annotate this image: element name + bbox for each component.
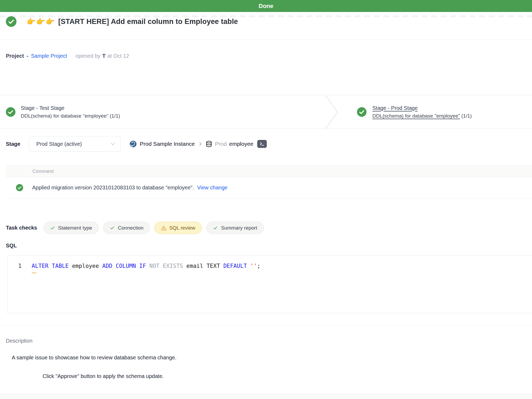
project-label: Project	[6, 53, 24, 59]
sql-token: ALTER TABLE	[32, 263, 72, 269]
check-pill-label: Connection	[118, 225, 143, 231]
pointing-right-emoji: 👉👉👉	[27, 18, 55, 26]
opened-by-label: opened by	[76, 53, 100, 59]
comment-done-check-icon	[16, 184, 23, 191]
bottom-strip	[0, 394, 532, 399]
postgresql-icon	[129, 140, 137, 148]
check-pill-summary-report[interactable]: Summary report	[206, 222, 264, 234]
issue-title-row: 👉👉👉[START HERE] Add email column to Empl…	[6, 16, 238, 27]
database-environment-label: Prod	[215, 141, 227, 147]
check-pill-sql-review[interactable]: SQL review	[154, 222, 202, 234]
comment-text: Applied migration version 20231012083103…	[32, 185, 194, 191]
stage-test-done-icon	[6, 107, 15, 117]
comment-row: Applied migration version 20231012083103…	[6, 177, 532, 198]
stage-separator-chevron	[325, 95, 338, 129]
check-pill-connection[interactable]: Connection	[103, 222, 150, 234]
opened-by-user: T	[102, 53, 106, 59]
check-success-icon	[110, 225, 115, 231]
sql-token: NOT EXISTS	[149, 263, 186, 269]
database-link[interactable]: employee	[229, 141, 253, 147]
sql-editor[interactable]: 1 ALTER TABLE employee ADD COLUMN IF NOT…	[7, 255, 532, 313]
check-pill-statement-type[interactable]: Statement type	[43, 222, 99, 234]
task-checks-row: Task checks Statement type Connection SQ…	[6, 222, 268, 234]
description-paragraph: A sample issue to showcase how to review…	[12, 355, 176, 361]
sql-token: ADD COLUMN IF	[102, 263, 149, 269]
open-sql-editor-button[interactable]	[257, 140, 267, 148]
stage-select[interactable]: Prod Stage (active)	[29, 136, 121, 152]
stage-selector-label: Stage	[6, 141, 20, 147]
issue-title: 👉👉👉[START HERE] Add email column to Empl…	[27, 17, 238, 26]
project-dash: -	[27, 53, 28, 59]
task-checks-label: Task checks	[6, 225, 37, 231]
issue-detail-page: Done 👉👉👉[START HERE] Add email column to…	[0, 0, 532, 399]
stage-prod-title[interactable]: Stage - Prod Stage	[372, 105, 472, 111]
check-success-icon	[213, 225, 218, 231]
stage-prod-subtitle[interactable]: DDL(schema) for database "employee" (1/1…	[372, 113, 472, 119]
sql-token: ''	[250, 263, 257, 269]
sql-statement: ALTER TABLE employee ADD COLUMN IF NOT E…	[32, 262, 260, 270]
stage-prod-text: Stage - Prod Stage DDL(schema) for datab…	[372, 105, 472, 119]
pipeline-strip: Stage - Test Stage DDL(schema) for datab…	[0, 95, 532, 129]
sql-token: DEFAULT	[223, 263, 250, 269]
check-pill-label: SQL review	[169, 225, 195, 231]
check-success-icon	[50, 225, 55, 231]
issue-title-text: [START HERE] Add email column to Employe…	[58, 18, 238, 26]
description-paragraph: Click "Approve" button to apply the sche…	[43, 373, 164, 379]
check-pill-label: Summary report	[221, 225, 257, 231]
stage-test-text: Stage - Test Stage DDL(schema) for datab…	[21, 105, 120, 119]
stage-prod-subtitle-link[interactable]: DDL(schema) for database "employee"	[372, 113, 460, 119]
status-banner: Done	[0, 0, 532, 12]
issue-done-check-icon	[6, 16, 16, 27]
view-change-link[interactable]: View change	[197, 185, 227, 191]
stage-prod-subtitle-count: (1/1)	[460, 113, 472, 119]
stage-test-title: Stage - Test Stage	[21, 105, 120, 111]
description-divider	[0, 325, 532, 325]
comment-table: Comment Applied migration version 202310…	[6, 165, 532, 198]
opened-at: at Oct 12	[107, 53, 129, 59]
instance-link[interactable]: Prod Sample Instance	[140, 141, 195, 147]
stage-select-value: Prod Stage (active)	[36, 141, 110, 147]
project-link[interactable]: Sample Project	[31, 53, 67, 59]
stage-card-prod[interactable]: Stage - Prod Stage DDL(schema) for datab…	[357, 95, 472, 128]
description-label: Description	[6, 338, 32, 344]
stage-test-subtitle: DDL(schema) for database "employee" (1/1…	[21, 113, 120, 119]
sql-token: ;	[257, 263, 260, 269]
breadcrumb-separator-icon: ›	[199, 139, 202, 148]
chevron-down-icon	[110, 141, 116, 147]
sql-section-label: SQL	[6, 243, 17, 249]
comment-table-header: Comment	[6, 165, 532, 177]
stage-selector-bar: Stage Prod Stage (active) Prod Sample In…	[6, 136, 267, 152]
warning-triangle-icon	[161, 225, 166, 231]
project-row: Project - Sample Project opened by T at …	[6, 52, 129, 60]
check-pill-label: Statement type	[58, 225, 92, 231]
sql-token: employee	[72, 263, 102, 269]
title-divider	[0, 39, 532, 40]
sql-code-line: 1 ALTER TABLE employee ADD COLUMN IF NOT…	[8, 256, 532, 270]
status-banner-label: Done	[0, 0, 532, 12]
database-icon	[205, 140, 213, 148]
stage-prod-done-icon	[357, 107, 367, 117]
warning-squiggle-icon	[32, 272, 36, 274]
sql-token: email TEXT	[186, 263, 223, 269]
stage-card-test[interactable]: Stage - Test Stage DDL(schema) for datab…	[6, 95, 120, 128]
line-number: 1	[8, 262, 22, 270]
